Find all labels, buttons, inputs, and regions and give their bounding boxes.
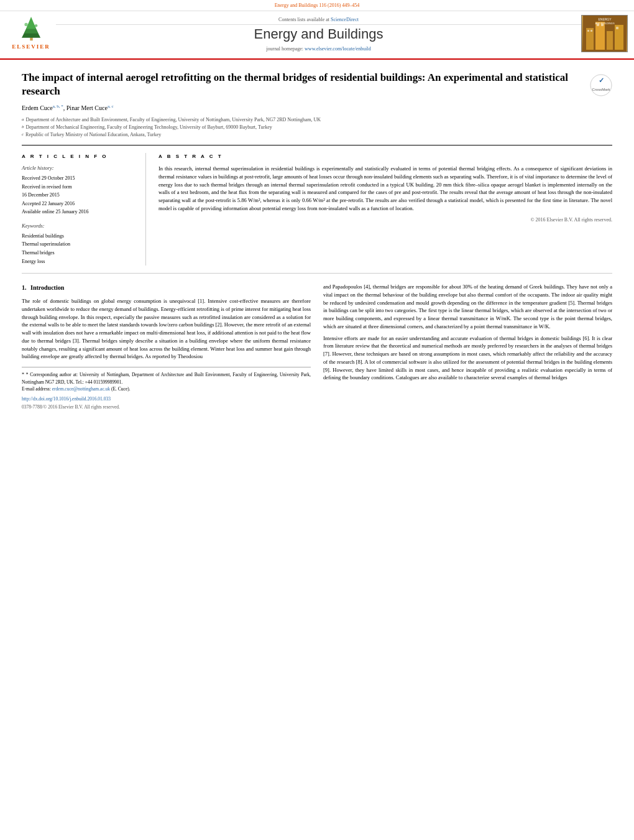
- email-note: (E. Cuce).: [111, 386, 131, 392]
- elsevier-tree-icon: [14, 17, 48, 42]
- doi-link[interactable]: http://dx.doi.org/10.1016/j.enbuild.2016…: [22, 396, 111, 402]
- available-date: Available online 25 January 2016: [22, 208, 136, 216]
- affiliation-a-text: Department of Architecture and Built Env…: [26, 116, 321, 124]
- keyword-2: Thermal superinsulation: [22, 240, 136, 249]
- footnote-email: E-mail address: erdem.cuce@nottingham.ac…: [22, 385, 311, 392]
- footnote-star-text: * * Corresponding author at: University …: [22, 371, 311, 385]
- svg-point-5: [34, 24, 37, 27]
- intro-heading-text: Introduction: [30, 284, 64, 291]
- energy-buildings-logo: ENERGY AND BUILDINGS: [583, 16, 627, 52]
- affiliation-c-text: Republic of Turkey Ministry of National …: [25, 131, 161, 139]
- received-date: Received 29 October 2015: [22, 174, 136, 183]
- affiliation-c: c Republic of Turkey Ministry of Nationa…: [22, 131, 584, 139]
- journal-bar-text: Energy and Buildings 116 (2016) 449–454: [275, 2, 360, 8]
- journal-center: Contents lists available at ScienceDirec…: [56, 15, 581, 52]
- article-info-col: A R T I C L E I N F O Article history: R…: [22, 153, 146, 265]
- email-label: E-mail address:: [22, 386, 51, 392]
- intro-heading: 1. Introduction: [22, 283, 311, 292]
- keyword-3: Thermal bridges: [22, 249, 136, 257]
- elsevier-label: ELSEVIER: [12, 43, 50, 51]
- svg-rect-15: [616, 27, 618, 29]
- article-info-abstract: A R T I C L E I N F O Article history: R…: [22, 145, 612, 274]
- keywords-heading: Keywords:: [22, 223, 136, 230]
- article-title: The impact of internal aerogel retrofitt…: [22, 71, 584, 98]
- journal-bar: Energy and Buildings 116 (2016) 449–454: [0, 0, 634, 11]
- sciencedirect-link[interactable]: ScienceDirect: [331, 17, 359, 22]
- journal-logo-right: ENERGY AND BUILDINGS: [581, 15, 628, 52]
- main-body: 1. Introduction The role of domestic bui…: [22, 274, 612, 410]
- accepted-date: Accepted 22 January 2016: [22, 200, 136, 208]
- homepage-label: journal homepage:: [266, 46, 303, 52]
- footnote-corresponding: * Corresponding author at: University of…: [22, 372, 311, 385]
- body-left-col: 1. Introduction The role of domestic bui…: [22, 283, 311, 410]
- svg-rect-9: [607, 31, 613, 50]
- svg-rect-11: [587, 30, 589, 32]
- keyword-1: Residential buildings: [22, 232, 136, 241]
- revised-date: 16 December 2015: [22, 191, 136, 200]
- abstract-text: In this research, internal thermal super…: [158, 165, 612, 213]
- copyright: © 2016 Elsevier B.V. All rights reserved…: [158, 216, 612, 223]
- affiliation-b: b Department of Mechanical Engineering, …: [22, 124, 584, 131]
- svg-point-4: [24, 23, 27, 26]
- abstract-col: A B S T R A C T In this research, intern…: [158, 153, 612, 265]
- journal-main-header: ELSEVIER Contents lists available at Sci…: [0, 11, 634, 56]
- elsevier-logo: ELSEVIER: [6, 17, 56, 51]
- author-affiliations: a Department of Architecture and Built E…: [22, 116, 584, 139]
- article-info-label: A R T I C L E I N F O: [22, 153, 136, 160]
- keywords-list: Residential buildings Thermal superinsul…: [22, 232, 136, 265]
- article-dates: Received 29 October 2015 Received in rev…: [22, 174, 136, 216]
- svg-text:CrossMark: CrossMark: [592, 88, 610, 91]
- keyword-4: Energy loss: [22, 257, 136, 266]
- journal-title: Energy and Buildings: [56, 25, 581, 44]
- article-title-area: The impact of internal aerogel retrofitt…: [22, 71, 584, 139]
- svg-text:AND BUILDINGS: AND BUILDINGS: [595, 22, 614, 25]
- page-content: The impact of internal aerogel retrofitt…: [0, 60, 634, 410]
- journal-homepage: journal homepage: www.elsevier.com/locat…: [56, 45, 581, 52]
- affiliation-b-text: Department of Mechanical Engineering, Fa…: [26, 124, 272, 131]
- doi-line: http://dx.doi.org/10.1016/j.enbuild.2016…: [22, 395, 311, 402]
- svg-text:✓: ✓: [599, 76, 604, 84]
- article-history-heading: Article history:: [22, 165, 136, 172]
- intro-paragraph-1: The role of domestic buildings on global…: [22, 297, 311, 361]
- contents-text: Contents lists available at: [278, 17, 329, 22]
- body-right-col: and Papadopoulos [4], thermal bridges ar…: [323, 283, 612, 410]
- svg-text:ENERGY: ENERGY: [598, 17, 612, 21]
- right-paragraph-2: Intensive efforts are made for an easier…: [323, 335, 612, 382]
- footnote-section: * * Corresponding author at: University …: [22, 367, 311, 410]
- received-revised-label: Received in revised form: [22, 183, 136, 192]
- right-paragraph-1: and Papadopoulos [4], thermal bridges ar…: [323, 283, 612, 331]
- journal-url[interactable]: www.elsevier.com/locate/enbuild: [305, 46, 371, 52]
- svg-rect-7: [586, 28, 594, 50]
- article-authors: Erdem Cucea, b, *, Pinar Mert Cucea, c: [22, 104, 584, 113]
- email-link[interactable]: erdem.cuce@nottingham.ac.uk: [52, 386, 110, 392]
- svg-marker-3: [26, 17, 36, 29]
- contents-line: Contents lists available at ScienceDirec…: [56, 15, 581, 25]
- svg-rect-12: [590, 30, 592, 32]
- journal-header: Energy and Buildings 116 (2016) 449–454 …: [0, 0, 634, 60]
- abstract-label: A B S T R A C T: [158, 153, 612, 160]
- crossmark-logo: ✓ CrossMark: [590, 74, 612, 96]
- section-number: 1.: [22, 284, 27, 291]
- issn-line: 0378-7788/© 2016 Elsevier B.V. All right…: [22, 404, 311, 410]
- article-title-section: The impact of internal aerogel retrofitt…: [22, 60, 612, 145]
- affiliation-a: a Department of Architecture and Built E…: [22, 116, 584, 124]
